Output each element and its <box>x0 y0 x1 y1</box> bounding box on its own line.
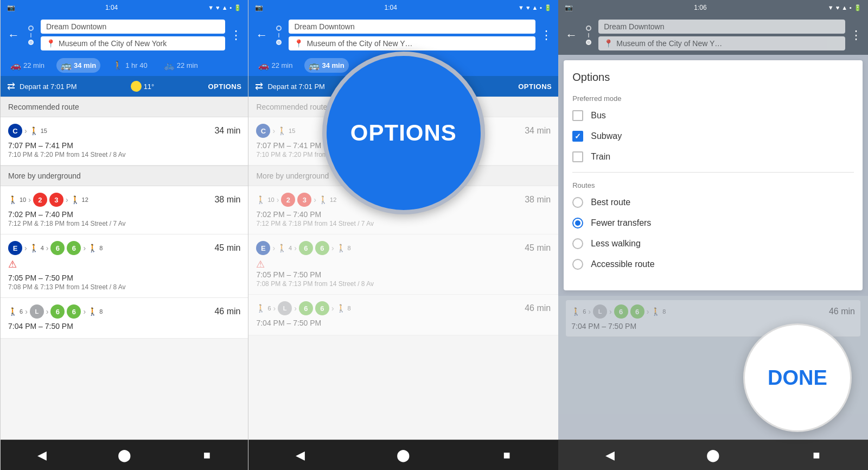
best-route-radio[interactable] <box>572 197 583 208</box>
options-circle[interactable]: OPTIONS <box>322 52 485 214</box>
mode-transit-1[interactable]: 🚌 34 min <box>56 58 100 73</box>
preferred-mode-label: Preferred mode <box>572 94 854 103</box>
route-4-times: 7:04 PM – 7:50 PM <box>8 322 240 331</box>
accessible-radio[interactable] <box>572 259 583 270</box>
nav-header-2: ← Dream Downtown 📍 Museum of the City of… <box>248 15 558 55</box>
routes-label: Routes <box>572 181 854 189</box>
status-bar-1: 📷 1:04 ▼ ♥ ▲ ▪ 🔋 <box>1 0 248 15</box>
less-walking-radio[interactable] <box>572 238 583 249</box>
destination-text-1: Dream Downtown <box>46 22 106 31</box>
route-1-icons: C › 🚶 15 <box>8 124 47 138</box>
subway-label: Subway <box>591 131 622 141</box>
best-route-item[interactable]: Best route <box>572 197 854 208</box>
nav-recent-btn-2[interactable]: ■ <box>490 444 523 466</box>
less-walking-label: Less walking <box>591 239 641 249</box>
route-3-from: 7:08 PM & 7:13 PM from 14 Street / 8 Av <box>8 283 240 291</box>
fewer-transfers-item[interactable]: Fewer transfers <box>572 218 854 228</box>
status-bar-2: 📷 1:04 ▼♥ ▲▪ 🔋 <box>248 0 558 15</box>
nav-home-btn-2[interactable]: ⬤ <box>387 444 420 466</box>
best-route-label: Best route <box>591 198 630 207</box>
badge-2: 2 <box>33 193 47 207</box>
origin-dot <box>28 26 34 31</box>
more-button-1[interactable]: ⋮ <box>229 28 242 42</box>
subway-checkbox[interactable]: ✓ <box>572 131 583 142</box>
depart-time-1[interactable]: Depart at 7:01 PM <box>20 82 77 91</box>
fewer-transfers-label: Fewer transfers <box>591 218 651 228</box>
origin-input-2[interactable]: 📍 Museum of the City of New Y… <box>289 36 535 50</box>
route-card-3[interactable]: E › 🚶 4 › 6 6 › 🚶 8 45 min ⚠ 7:05 PM – 7… <box>1 234 248 298</box>
options-sheet: Options Preferred mode Bus ✓ Subway Trai… <box>564 60 863 290</box>
nav-back-btn-1[interactable]: ◀ <box>25 444 58 466</box>
back-button-1[interactable]: ← <box>6 28 21 42</box>
mode-car-1[interactable]: 🚗 22 min <box>6 58 49 73</box>
panel-2: 📷 1:04 ▼♥ ▲▪ 🔋 ← Dream Downtown 📍 Museum… <box>248 0 558 470</box>
route-3-duration: 45 min <box>214 243 240 253</box>
check-mark: ✓ <box>575 132 581 141</box>
nav-recent-btn-1[interactable]: ■ <box>190 444 223 466</box>
nav-home-btn-1[interactable]: ⬤ <box>108 444 141 466</box>
route-content-1: Recommended route C › 🚶 15 34 min 7:07 P… <box>1 97 248 440</box>
mode-subway-item[interactable]: ✓ Subway <box>572 131 854 142</box>
mode-car-2[interactable]: 🚗 22 min <box>254 58 297 73</box>
back-button-3[interactable]: ← <box>564 28 579 42</box>
nav-back-btn-3[interactable]: ◀ <box>593 444 626 466</box>
nav-header-3: ← Dream Downtown 📍 Museum of the City of… <box>558 15 868 55</box>
status-left-2: 📷 <box>255 4 263 11</box>
bike-time-1: 22 min <box>177 61 198 69</box>
train-label: Train <box>591 152 610 162</box>
bike-icon-1: 🚲 <box>164 60 175 71</box>
car-time-1: 22 min <box>23 61 44 69</box>
badge-l: L <box>30 304 44 319</box>
mode-bus-item[interactable]: Bus <box>572 110 854 121</box>
bottom-nav-2: ◀ ⬤ ■ <box>248 440 558 470</box>
bus-checkbox[interactable] <box>572 110 583 121</box>
nav-back-btn-2[interactable]: ◀ <box>284 444 317 466</box>
route-card-1[interactable]: C › 🚶 15 34 min 7:07 PM – 7:41 PM 7:10 P… <box>1 117 248 166</box>
panel-1: 📷 1:04 ▼ ♥ ▲ ▪ 🔋 ← Dream Downtown 📍 Muse… <box>0 0 248 470</box>
status-icons-3: ▼♥ ▲▪ 🔋 <box>828 4 861 11</box>
options-button-1[interactable]: OPTIONS <box>208 82 241 91</box>
walk-icon-1: 🚶 <box>112 60 123 71</box>
options-circle-text: OPTIONS <box>350 120 457 146</box>
nav-inputs-1: Dream Downtown 📍 Museum of the City of N… <box>41 20 225 50</box>
depart-left-1: ⇄ Depart at 7:01 PM <box>7 80 77 92</box>
options-button-2[interactable]: OPTIONS <box>518 82 552 91</box>
transit-time-1: 34 min <box>74 61 96 69</box>
destination-input-2[interactable]: Dream Downtown <box>289 20 535 34</box>
route-card-2[interactable]: 🚶 10 › 2 3 › 🚶 12 38 min 7:02 PM – 7:40 … <box>1 186 248 234</box>
bus-icon-1: 🚌 <box>61 60 72 71</box>
badge-6b: 6 <box>67 241 81 255</box>
origin-input-1[interactable]: 📍 Museum of the City of New York <box>41 36 225 50</box>
sun-icon-1 <box>131 81 142 92</box>
route-2-from: 7:12 PM & 7:18 PM from 14 Street / 7 Av <box>8 220 240 227</box>
route-dots-1 <box>25 26 36 45</box>
destination-input-1[interactable]: Dream Downtown <box>41 20 225 34</box>
badge-3: 3 <box>49 193 63 207</box>
recommended-header-1: Recommended route <box>1 97 248 117</box>
bus-label: Bus <box>591 111 606 120</box>
train-checkbox[interactable] <box>572 151 583 162</box>
done-circle[interactable]: DONE <box>743 323 852 432</box>
transfer-icon-1: ⇄ <box>7 80 15 92</box>
fewer-transfers-radio[interactable] <box>572 218 583 228</box>
temp-1: 11° <box>144 82 155 91</box>
route-dots-2 <box>273 26 284 45</box>
accessible-route-item[interactable]: Accessible route <box>572 259 854 270</box>
mode-walk-1[interactable]: 🚶 1 hr 40 <box>108 58 151 73</box>
more-button-2[interactable]: ⋮ <box>540 28 553 42</box>
less-walking-item[interactable]: Less walking <box>572 238 854 249</box>
radio-inner <box>575 220 580 226</box>
status-icons-1: ▼ ♥ ▲ ▪ 🔋 <box>208 4 241 11</box>
nav-recent-btn-3[interactable]: ■ <box>800 444 833 466</box>
mode-transit-2[interactable]: 🚌 34 min <box>304 58 348 73</box>
route-card-4[interactable]: 🚶 6 › L › 6 6 › 🚶 8 46 min 7:04 PM – 7:5… <box>1 298 248 339</box>
back-button-2[interactable]: ← <box>254 28 269 42</box>
route-2-duration: 38 min <box>214 195 240 205</box>
mode-bike-1[interactable]: 🚲 22 min <box>159 58 202 73</box>
warning-icon-3: ⚠ <box>8 258 17 270</box>
accessible-label: Accessible route <box>591 259 654 269</box>
bottom-nav-3: ◀ ⬤ ■ <box>558 440 868 470</box>
nav-home-btn-3[interactable]: ⬤ <box>697 444 730 466</box>
mode-train-item[interactable]: Train <box>572 151 854 162</box>
car-icon-1: 🚗 <box>10 60 21 71</box>
